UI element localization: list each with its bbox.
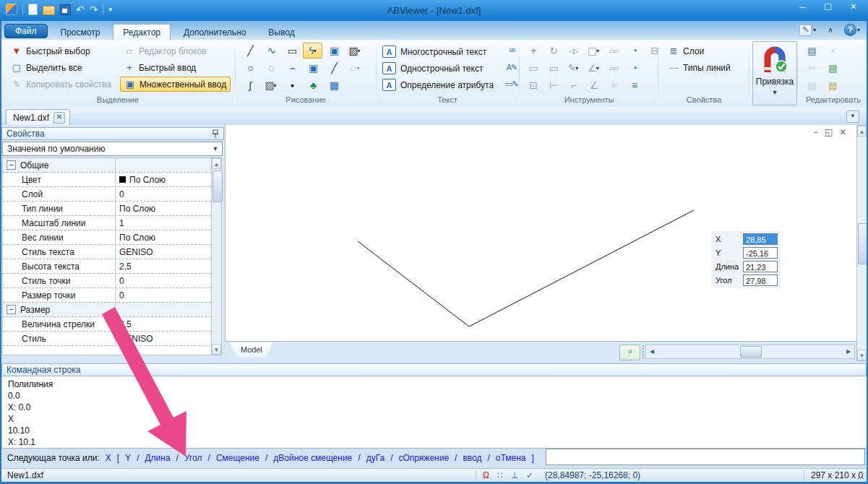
cut-icon[interactable]: ✂	[802, 59, 821, 77]
command-option-y[interactable]: Y	[125, 453, 131, 463]
new-file-icon[interactable]	[28, 4, 38, 15]
property-row-lineweight[interactable]: Вес линииПо Слою	[3, 230, 211, 245]
menu-tab-editor[interactable]: Редактор	[113, 24, 171, 40]
grid-status-icon[interactable]: ∷	[497, 470, 503, 480]
vertical-scrollbar[interactable]: ▲ ▼	[856, 125, 867, 361]
maximize-button[interactable]: □	[825, 1, 830, 12]
mirror-icon[interactable]: ◁▷	[564, 43, 583, 59]
command-option-enter[interactable]: ввод	[463, 453, 481, 463]
doc-close-icon[interactable]: ✕	[839, 127, 846, 137]
rings-icon[interactable]: ○○	[604, 77, 623, 93]
pin-icon[interactable]	[212, 129, 219, 139]
layers-button[interactable]: ≣Слои	[664, 43, 734, 59]
chamfer-icon[interactable]: ∠	[584, 77, 603, 93]
scroll-down-icon[interactable]: ▼	[857, 350, 867, 360]
coord-input-x[interactable]: 28,85	[743, 233, 778, 245]
redo-icon[interactable]: ↷	[90, 4, 98, 14]
collapse-ribbon-icon[interactable]: ∧	[824, 24, 837, 36]
document-tab[interactable]: New1.dxf ✕	[6, 109, 70, 125]
hatch-icon[interactable]: ▨▾	[261, 77, 280, 93]
command-option-angle[interactable]: Угол	[184, 453, 202, 463]
linetypes-button[interactable]: –·–Типы линий	[664, 60, 734, 75]
command-input[interactable]	[546, 449, 865, 465]
image-icon[interactable]: ♣	[303, 77, 322, 93]
copy-properties-button[interactable]: ✎Копировать свойства	[7, 77, 115, 92]
save-file-icon[interactable]	[60, 4, 71, 15]
table-icon[interactable]: ▦	[324, 77, 343, 93]
coord-input-angle[interactable]: 27,98	[743, 275, 778, 286]
images-icon[interactable]: ▱▾	[345, 60, 364, 76]
command-option-fillet[interactable]: сОпряжение	[398, 453, 449, 463]
collapse-icon[interactable]: −	[7, 160, 16, 170]
add-library-icon[interactable]: ≡	[624, 77, 643, 93]
scroll-up-icon[interactable]: ▲	[212, 158, 221, 169]
command-option-x[interactable]: X	[106, 453, 111, 463]
property-group-general[interactable]: −Общие	[3, 158, 211, 173]
audit-icon[interactable]: ▤	[822, 77, 842, 94]
quick-select-button[interactable]: ▼Быстрый выбор	[7, 43, 115, 59]
property-row-textstyle[interactable]: Стиль текстаGENISO	[3, 245, 211, 259]
block-editor-button[interactable]: ▱Редактор блоков	[120, 43, 231, 59]
select-all-button[interactable]: ▢Выделить все	[7, 60, 115, 75]
properties-scrollbar[interactable]: ▲ ▼	[211, 157, 222, 355]
quick-input-button[interactable]: +Быстрый ввод	[120, 60, 231, 75]
scroll-left-icon[interactable]: ◀	[646, 345, 658, 358]
doc-minimize-icon[interactable]: −	[813, 127, 818, 137]
edit-text-icon[interactable]: ▭✎	[504, 77, 520, 91]
polyline-icon[interactable]: ϟ▾	[303, 43, 322, 59]
delete-icon[interactable]: ×	[822, 42, 842, 59]
menu-tab-file[interactable]: Файл	[4, 24, 48, 38]
coord-input-y[interactable]: -25,16	[743, 247, 778, 259]
collapse-icon[interactable]: −	[7, 305, 16, 314]
properties-preset-select[interactable]: Значения по умолчанию ▼	[2, 142, 223, 156]
menu-tab-view[interactable]: Просмотр	[51, 25, 110, 40]
help-button[interactable]: ?▾	[843, 24, 862, 36]
divide-icon[interactable]: ⊡	[523, 77, 542, 93]
property-row-color[interactable]: ЦветПо Слою	[3, 173, 211, 187]
arc-icon[interactable]: ⌢	[282, 60, 301, 76]
command-option-cancel[interactable]: оТмена	[496, 453, 526, 463]
property-group-dimension[interactable]: −Размер	[3, 303, 211, 317]
property-row-pointsize[interactable]: Размер точки0	[3, 288, 211, 303]
menu-tab-advanced[interactable]: Дополнительно	[174, 25, 255, 40]
scroll-down-icon[interactable]: ▼	[212, 344, 221, 355]
singleline-text-button[interactable]: AОднострочный текст	[382, 60, 494, 77]
property-row-dimstyle[interactable]: СтильGENISO	[3, 332, 211, 346]
scrollbar-thumb[interactable]	[740, 346, 762, 358]
dimension-pen-icon[interactable]: ╱	[324, 60, 343, 76]
offset-icon[interactable]: ▭	[523, 60, 542, 76]
circle-icon[interactable]: ○	[240, 60, 259, 76]
splitter-handle[interactable]	[643, 345, 644, 358]
horizontal-scrollbar[interactable]: ◀ ▶	[645, 345, 855, 359]
snap-button[interactable]: Привязка ▼	[752, 41, 797, 105]
property-row-linescale[interactable]: Масштаб линии1	[3, 216, 211, 230]
schedule-copy-icon[interactable]: ◔	[624, 60, 643, 76]
model-tab[interactable]: Model	[231, 342, 272, 358]
command-log[interactable]: Полилиния0.0X: 0.0X10.10X: 10.1	[1, 376, 867, 448]
ellipse-icon[interactable]: ◌	[261, 60, 280, 76]
chevron-down-icon[interactable]: ▼	[753, 89, 796, 96]
quick-edit-button[interactable]: ✎▾	[797, 24, 818, 36]
paste-icon[interactable]: ▤	[802, 42, 821, 59]
open-file-icon[interactable]	[43, 6, 55, 15]
attribute-definition-button[interactable]: AОпределение атрибута	[382, 77, 494, 93]
rectangle-icon[interactable]: ▭	[282, 43, 301, 59]
align-icon[interactable]: ⊟	[645, 43, 663, 59]
app-icon[interactable]	[6, 4, 17, 15]
command-option-double-offset[interactable]: дВойное смещение	[273, 453, 352, 463]
copy-schedule-icon[interactable]: ◔	[624, 43, 643, 59]
font-edit-icon[interactable]: A✎	[504, 61, 520, 74]
quick-access-dropdown-icon[interactable]: ▾	[108, 6, 112, 13]
measure-angle-icon[interactable]: ∠▾	[584, 60, 603, 76]
rotate-icon[interactable]: ↻	[543, 43, 562, 59]
measure-icon[interactable]: ⊢	[543, 77, 562, 93]
doc-restore-icon[interactable]: ◱	[825, 127, 833, 137]
revision-cloud-icon[interactable]: ▣	[303, 60, 322, 76]
copy-icon[interactable]: ▱▱	[604, 43, 623, 59]
drawing-canvas[interactable]: − ◱ ✕ X28,85Y-25,16Длина21,23Угол27,98	[225, 125, 856, 341]
copy-clipboard-icon[interactable]: ▤	[802, 77, 821, 94]
property-row-arrowsize[interactable]: Величина стрелки2,5	[3, 317, 211, 332]
offset2-icon[interactable]: ▭	[543, 60, 562, 76]
fillet-icon[interactable]: ⌐	[564, 77, 583, 93]
resize-grip[interactable]	[857, 472, 864, 480]
